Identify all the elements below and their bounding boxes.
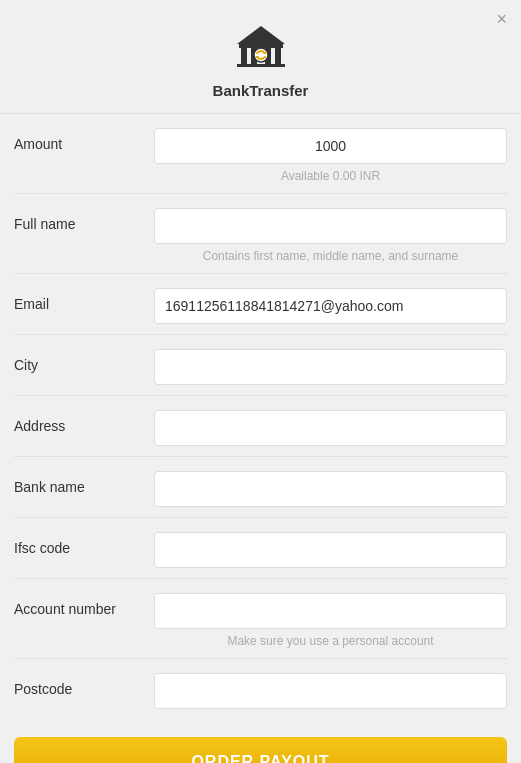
close-button[interactable]: × [496, 10, 507, 28]
full-name-hint: Contains first name, middle name, and su… [154, 249, 507, 263]
svg-rect-4 [275, 48, 281, 64]
ifsc-code-input[interactable] [154, 532, 507, 568]
address-input[interactable] [154, 410, 507, 446]
ifsc-code-row: Ifsc code [14, 518, 507, 579]
svg-rect-1 [241, 48, 247, 64]
postcode-input[interactable] [154, 673, 507, 709]
email-field-wrap [154, 288, 507, 324]
city-label: City [14, 349, 154, 373]
full-name-input[interactable] [154, 208, 507, 244]
amount-row: Amount 1000 Available 0.00 INR [14, 114, 507, 194]
address-row: Address [14, 396, 507, 457]
modal-title: BankTransfer [213, 82, 309, 99]
ifsc-code-label: Ifsc code [14, 532, 154, 556]
form-section: Amount 1000 Available 0.00 INR Full name… [0, 114, 521, 719]
amount-label: Amount [14, 128, 154, 152]
city-field-wrap [154, 349, 507, 385]
full-name-field-wrap: Contains first name, middle name, and su… [154, 208, 507, 263]
postcode-field-wrap [154, 673, 507, 709]
amount-field-wrap: 1000 Available 0.00 INR [154, 128, 507, 183]
order-payout-button[interactable]: ORDER PAYOUT [14, 737, 507, 763]
bank-name-field-wrap [154, 471, 507, 507]
amount-hint: Available 0.00 INR [154, 169, 507, 183]
full-name-label: Full name [14, 208, 154, 232]
email-label: Email [14, 288, 154, 312]
email-row: Email [14, 274, 507, 335]
address-field-wrap [154, 410, 507, 446]
email-input[interactable] [154, 288, 507, 324]
account-number-label: Account number [14, 593, 154, 617]
account-number-field-wrap: Make sure you use a personal account [154, 593, 507, 648]
modal-container: × BankTransfer Amount 1000 A [0, 0, 521, 763]
svg-marker-6 [237, 26, 285, 44]
bank-name-row: Bank name [14, 457, 507, 518]
postcode-row: Postcode [14, 659, 507, 719]
city-input[interactable] [154, 349, 507, 385]
address-label: Address [14, 410, 154, 434]
city-row: City [14, 335, 507, 396]
postcode-label: Postcode [14, 673, 154, 697]
bank-name-label: Bank name [14, 471, 154, 495]
svg-rect-5 [237, 64, 285, 67]
bank-name-input[interactable] [154, 471, 507, 507]
bank-transfer-icon [231, 18, 291, 78]
modal-header: BankTransfer [0, 0, 521, 113]
account-number-input[interactable] [154, 593, 507, 629]
amount-value: 1000 [154, 128, 507, 164]
account-number-row: Account number Make sure you use a perso… [14, 579, 507, 659]
account-number-hint: Make sure you use a personal account [154, 634, 507, 648]
full-name-row: Full name Contains first name, middle na… [14, 194, 507, 274]
ifsc-code-field-wrap [154, 532, 507, 568]
